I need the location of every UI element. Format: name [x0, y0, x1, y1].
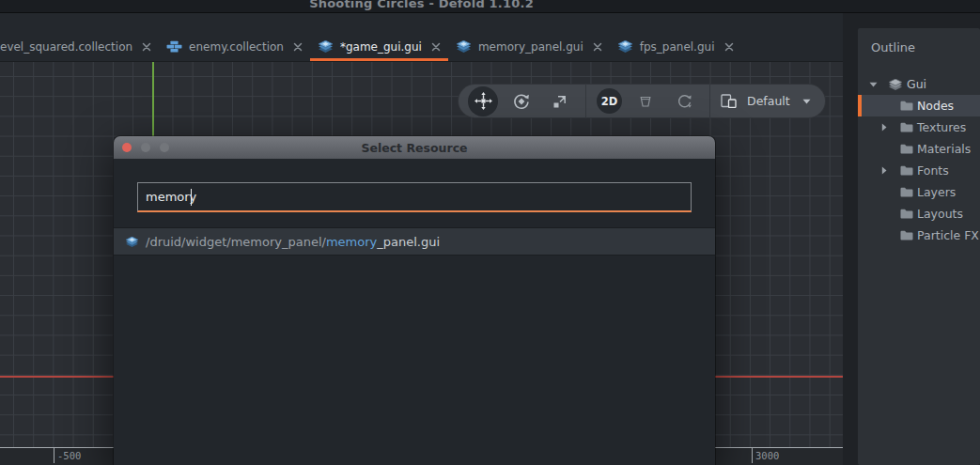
layout-selector-dropdown[interactable] — [802, 99, 811, 104]
folder-icon — [900, 144, 913, 154]
scale-tool-button[interactable] — [545, 86, 575, 116]
folder-icon — [900, 165, 913, 176]
outline-panel: Outline Gui Nodes Textures — [858, 28, 980, 465]
minimize-window-button[interactable] — [141, 143, 150, 152]
tab-label: fps_panel.gui — [640, 40, 715, 54]
traffic-lights — [122, 136, 169, 159]
rotate-tool-button[interactable] — [506, 86, 537, 116]
outline-item-fonts[interactable]: Fonts — [858, 160, 980, 181]
layout-selector-value: Default — [747, 94, 790, 108]
gui-icon — [617, 40, 633, 53]
2d-mode-button[interactable]: 2D — [597, 88, 622, 114]
zoom-window-button[interactable] — [160, 143, 169, 152]
text-caret — [191, 189, 192, 206]
outline-item-label: Layouts — [917, 207, 963, 221]
dialog-body: /druid/widget/memory_panel/memory_panel.… — [114, 159, 715, 256]
dialog-titlebar[interactable]: Select Resource — [114, 136, 715, 159]
close-icon[interactable] — [431, 42, 441, 52]
select-resource-dialog: Select Resource /druid/widget/memory_pan… — [114, 136, 715, 465]
tab-label: enemy.collection — [189, 40, 284, 54]
collection-icon — [166, 40, 182, 53]
gui-icon — [456, 40, 472, 53]
outline-item-layouts[interactable]: Layouts — [858, 203, 980, 225]
move-tool-icon — [474, 92, 492, 110]
outline-item-materials[interactable]: Materials — [858, 138, 980, 160]
rotate-tool-icon — [513, 93, 530, 110]
resource-path-match: memory — [326, 235, 377, 249]
right-dock: Outline Gui Nodes Textures — [843, 13, 980, 465]
tab-label: *game_gui.gui — [340, 40, 422, 54]
reload-icon — [677, 94, 692, 109]
expand-caret-icon[interactable] — [881, 123, 896, 132]
editor-tab-bar: evel_squared.collection enemy.collection… — [0, 13, 843, 62]
outline-item-label: Layers — [917, 185, 956, 199]
outline-item-particle-fx[interactable]: Particle FX — [858, 225, 980, 246]
window-titlebar: Shooting Circles - Defold 1.10.2 — [0, 0, 980, 12]
tab-label: memory_panel.gui — [478, 40, 583, 54]
defold-editor-window: Shooting Circles - Defold 1.10.2 evel_sq… — [0, 0, 980, 465]
dropdown-caret-icon — [802, 99, 811, 104]
tab-game-gui[interactable]: *game_gui.gui — [310, 35, 448, 61]
resource-search-wrapper — [137, 182, 692, 212]
ruler-tick — [54, 447, 54, 463]
resource-search-input[interactable] — [137, 182, 692, 212]
close-window-button[interactable] — [122, 143, 132, 152]
ruler-label-left: -500 — [57, 450, 81, 461]
outline-item-textures[interactable]: Textures — [858, 116, 980, 138]
close-icon[interactable] — [142, 42, 151, 52]
layout-device-icon — [721, 94, 737, 108]
tab-fps-panel-gui[interactable]: fps_panel.gui — [610, 35, 741, 61]
window-title: Shooting Circles - Defold 1.10.2 — [0, 0, 843, 10]
gui-icon — [125, 237, 139, 247]
viewport-toolbar: 2D Default — [458, 84, 826, 118]
folder-icon — [900, 209, 913, 219]
outline-item-layers[interactable]: Layers — [858, 181, 980, 203]
gui-icon — [888, 79, 903, 90]
expand-caret-icon[interactable] — [881, 166, 896, 175]
frustum-culling-button[interactable] — [630, 86, 661, 116]
close-icon[interactable] — [293, 42, 303, 52]
resource-path-suffix: _panel.gui — [377, 235, 440, 249]
resource-path-prefix: /druid/widget/memory_panel/ — [146, 235, 326, 249]
folder-icon — [900, 230, 913, 240]
tab-enemy-collection[interactable]: enemy.collection — [159, 35, 310, 61]
outline-tree: Gui Nodes Textures Materials — [858, 73, 980, 246]
folder-icon — [900, 101, 913, 111]
outline-item-label: Nodes — [917, 99, 954, 113]
folder-icon — [900, 187, 913, 197]
resource-result-row[interactable]: /druid/widget/memory_panel/memory_panel.… — [114, 228, 715, 256]
dialog-title: Select Resource — [361, 141, 467, 155]
tab-memory-panel-gui[interactable]: memory_panel.gui — [448, 35, 610, 61]
reload-button[interactable] — [669, 86, 699, 116]
outline-item-label: Fonts — [917, 163, 949, 178]
tab-level-squared-collection[interactable]: evel_squared.collection — [0, 35, 159, 61]
ruler-tick — [752, 447, 753, 463]
close-icon[interactable] — [593, 42, 602, 52]
ruler-label-right: 3000 — [755, 450, 779, 461]
folder-icon — [900, 122, 913, 132]
close-icon[interactable] — [724, 42, 734, 52]
outline-item-nodes[interactable]: Nodes — [858, 95, 980, 116]
outline-item-gui[interactable]: Gui — [858, 73, 980, 95]
outline-item-label: Particle FX — [917, 228, 979, 242]
collapse-caret-icon[interactable] — [869, 82, 884, 87]
scale-tool-icon — [552, 94, 568, 109]
gui-icon — [318, 40, 334, 53]
outline-item-label: Materials — [917, 142, 971, 156]
resource-path: /druid/widget/memory_panel/memory_panel.… — [146, 235, 440, 249]
frustum-icon — [638, 95, 653, 108]
tab-label: evel_squared.collection — [0, 40, 132, 54]
outline-item-label: Gui — [907, 77, 926, 91]
toolbar-separator — [585, 84, 586, 118]
outline-item-label: Textures — [917, 120, 966, 134]
move-tool-button[interactable] — [468, 86, 498, 116]
outline-panel-title: Outline — [871, 40, 915, 54]
toolbar-separator — [709, 84, 710, 118]
